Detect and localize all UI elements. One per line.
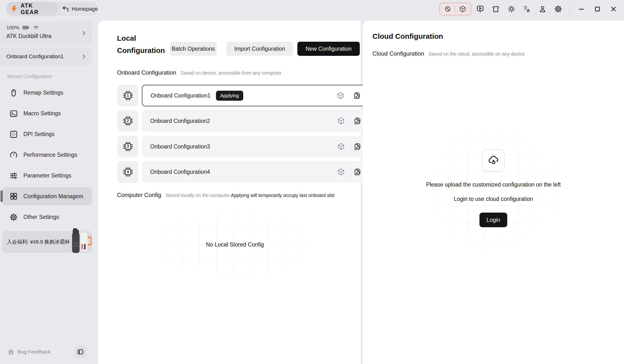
promo-product-image bbox=[70, 227, 92, 254]
sidebar-item-label: Configuration Managem bbox=[23, 193, 83, 200]
cloud-section-header: Cloud Configuration Saved on the cloud, … bbox=[372, 50, 525, 57]
onboard-slot-4: 4 bbox=[117, 161, 138, 182]
config-card[interactable]: Onboard Configuration3 bbox=[142, 136, 370, 157]
tshirt-icon bbox=[492, 5, 500, 13]
apply-onboard-icon[interactable] bbox=[337, 142, 345, 151]
sidebar: 100% ATK Duckbill Ultra bbox=[0, 21, 96, 364]
collapse-sidebar-button[interactable] bbox=[74, 345, 87, 358]
close-button[interactable] bbox=[606, 2, 621, 16]
cloud-section-subtitle: Saved on the cloud, accessible on any de… bbox=[429, 51, 525, 57]
config-name: Onboard Configuration4 bbox=[150, 169, 210, 175]
promo-banner[interactable]: 入会福利: ¥49.9 换购冰霸杯 bbox=[2, 231, 92, 253]
close-icon bbox=[610, 5, 617, 13]
active-config-label: Onboard Configuration1 bbox=[6, 53, 64, 60]
prohibit-icon bbox=[444, 5, 451, 13]
skin-button[interactable] bbox=[489, 2, 503, 16]
sun-icon bbox=[507, 5, 516, 13]
export-config-icon[interactable] bbox=[353, 142, 362, 151]
minimize-icon bbox=[578, 5, 585, 13]
apply-onboard-icon[interactable] bbox=[337, 168, 345, 176]
account-button[interactable] bbox=[536, 2, 549, 16]
sidebar-item-remap-settings[interactable]: Remap Settings bbox=[2, 82, 92, 103]
cloud-hint-upload: Please upload the customized configurati… bbox=[426, 182, 561, 188]
language-button[interactable]: 文 A bbox=[520, 2, 534, 16]
active-config-card[interactable]: Onboard Configuration1 bbox=[0, 48, 92, 66]
onboard-slot-3: 3 bbox=[117, 136, 138, 157]
mouse-icon bbox=[9, 88, 18, 97]
slot-number: 2 bbox=[122, 115, 133, 127]
apply-onboard-icon[interactable] bbox=[337, 117, 345, 125]
sidebar-item-macro-settings[interactable]: Macro Settings bbox=[2, 103, 92, 124]
config-name: Onboard Configuration2 bbox=[150, 118, 210, 124]
maximize-button[interactable] bbox=[590, 2, 604, 16]
person-icon bbox=[538, 5, 547, 13]
empty-state-text: No Local Stored Config bbox=[148, 241, 322, 248]
battery-percent: 100% bbox=[6, 25, 20, 30]
computer-section-header: Computer Config Stored locally on the co… bbox=[117, 192, 335, 198]
export-config-icon[interactable] bbox=[353, 117, 362, 125]
onboard-slot-icon bbox=[459, 5, 467, 13]
sidebar-item-configuration-management[interactable]: Configuration Managem bbox=[2, 187, 92, 205]
titlebar: ATK GEAR Homepage bbox=[0, 0, 624, 21]
device-card[interactable]: 100% ATK Duckbill Ultra bbox=[0, 21, 92, 46]
chevron-right-icon bbox=[81, 54, 87, 59]
sidebar-item-parameter-settings[interactable]: Parameter Settings bbox=[2, 165, 92, 186]
sidebar-nav: Remap Settings Macro Settings bbox=[0, 82, 96, 228]
new-configuration-button[interactable]: New Configuration bbox=[297, 42, 360, 56]
sidebar-item-label: Performance Settings bbox=[23, 152, 77, 158]
brand-name: ATK GEAR bbox=[21, 2, 52, 16]
sidebar-item-label: Parameter Settings bbox=[23, 172, 71, 179]
brand-pill: ATK GEAR Homepage bbox=[6, 2, 98, 16]
settings-button[interactable] bbox=[551, 2, 565, 16]
sidebar-item-label: Remap Settings bbox=[23, 89, 63, 96]
export-config-icon[interactable] bbox=[353, 168, 362, 176]
export-config-icon[interactable] bbox=[353, 91, 361, 100]
bug-feedback-button[interactable]: Bug Feedback bbox=[7, 348, 51, 356]
computer-subtitle-gray: Stored locally on the computer. bbox=[165, 193, 231, 198]
import-configuration-button[interactable]: Import Configuration bbox=[226, 42, 293, 56]
onboard-slot-2: 2 bbox=[117, 110, 138, 132]
theme-button[interactable] bbox=[505, 2, 518, 16]
config-card-selected[interactable]: Onboard Configuration1 Applying bbox=[142, 85, 370, 106]
batch-operations-button[interactable]: Batch Operations bbox=[170, 42, 217, 56]
chevron-right-icon bbox=[81, 30, 87, 36]
config-card[interactable]: Onboard Configuration4 bbox=[142, 161, 370, 182]
onboard-slot-1: 1 bbox=[117, 85, 138, 106]
gauge-icon bbox=[9, 151, 18, 159]
device-status-pill[interactable] bbox=[439, 3, 471, 15]
back-icon bbox=[62, 5, 69, 13]
pill-divider bbox=[455, 5, 455, 13]
computer-section-subtitle: Stored locally on the computer.Applying … bbox=[165, 193, 335, 198]
login-button[interactable]: Login bbox=[479, 213, 507, 227]
cloud-hint-login: Login to use cloud configuration bbox=[454, 196, 533, 202]
local-empty-state: No Local Stored Config bbox=[148, 210, 322, 281]
homepage-button[interactable]: Homepage bbox=[58, 5, 98, 13]
config-card[interactable]: Onboard Configuration2 bbox=[142, 110, 370, 132]
sidebar-item-label: Other Settings bbox=[23, 214, 59, 220]
app-window: ATK GEAR Homepage bbox=[0, 0, 624, 364]
onboard-section-subtitle: Saved on device, accessible from any com… bbox=[181, 70, 282, 76]
sidebar-footer: Bug Feedback bbox=[0, 345, 96, 359]
onboard-section-header: Onboard Configuration Saved on device, a… bbox=[117, 69, 282, 76]
screen-demo-button[interactable] bbox=[473, 2, 487, 16]
apply-onboard-icon[interactable] bbox=[336, 91, 345, 100]
panel-collapse-icon bbox=[77, 348, 84, 356]
lightning-icon bbox=[10, 5, 18, 13]
device-name: ATK Duckbill Ultra bbox=[6, 33, 87, 40]
local-configuration-panel: Local Configuration Batch Operations Imp… bbox=[98, 21, 361, 364]
brand-logo: ATK GEAR bbox=[6, 2, 58, 16]
gear-icon bbox=[9, 213, 18, 222]
sidebar-item-performance-settings[interactable]: Performance Settings bbox=[2, 145, 92, 165]
sidebar-item-label: DPI Settings bbox=[23, 131, 54, 137]
cloud-section-title: Cloud Configuration bbox=[372, 50, 424, 57]
sidebar-item-dpi-settings[interactable]: DPI Settings bbox=[2, 124, 92, 145]
sliders-icon bbox=[9, 171, 18, 180]
minimize-button[interactable] bbox=[574, 2, 588, 16]
sidebar-item-other-settings[interactable]: Other Settings bbox=[2, 207, 92, 228]
computer-section-title: Computer Config bbox=[117, 192, 161, 198]
terminal-icon bbox=[9, 109, 18, 118]
maximize-icon bbox=[594, 5, 601, 13]
cloud-empty-state: Please upload the customized configurati… bbox=[363, 149, 624, 227]
sidebar-section-label: Mouse Configuration bbox=[7, 74, 52, 79]
wifi-icon bbox=[33, 25, 39, 30]
